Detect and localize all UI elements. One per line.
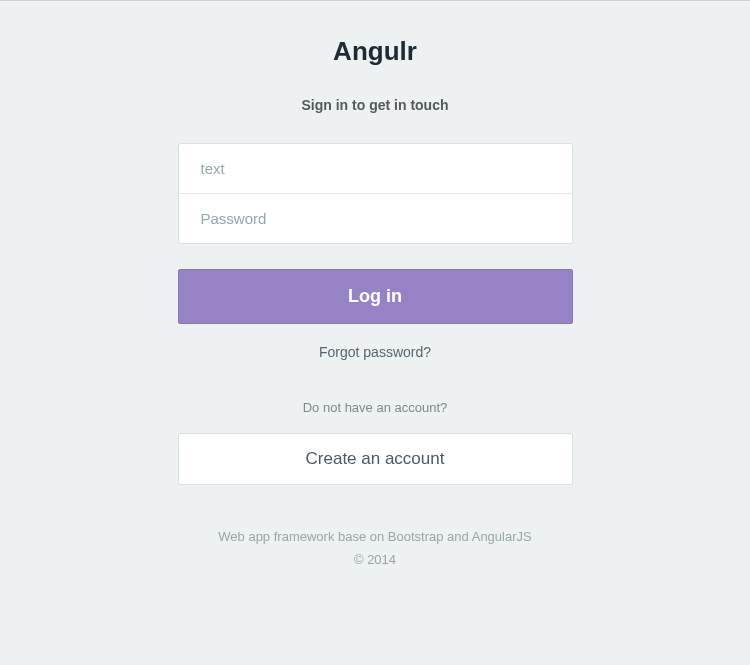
password-input[interactable] [179,194,572,243]
signin-container: Angulr Sign in to get in touch Log in Fo… [178,1,573,572]
footer-line-1: Web app framework base on Bootstrap and … [178,525,573,548]
forgot-password-link[interactable]: Forgot password? [178,344,573,360]
username-input[interactable] [179,144,572,193]
footer: Web app framework base on Bootstrap and … [178,525,573,572]
brand-title: Angulr [178,36,573,67]
login-button[interactable]: Log in [178,269,573,324]
footer-line-2: © 2014 [178,548,573,571]
create-account-button[interactable]: Create an account [178,433,573,485]
credentials-input-group [178,143,573,244]
signin-subtitle: Sign in to get in touch [178,97,573,113]
no-account-prompt: Do not have an account? [178,400,573,415]
